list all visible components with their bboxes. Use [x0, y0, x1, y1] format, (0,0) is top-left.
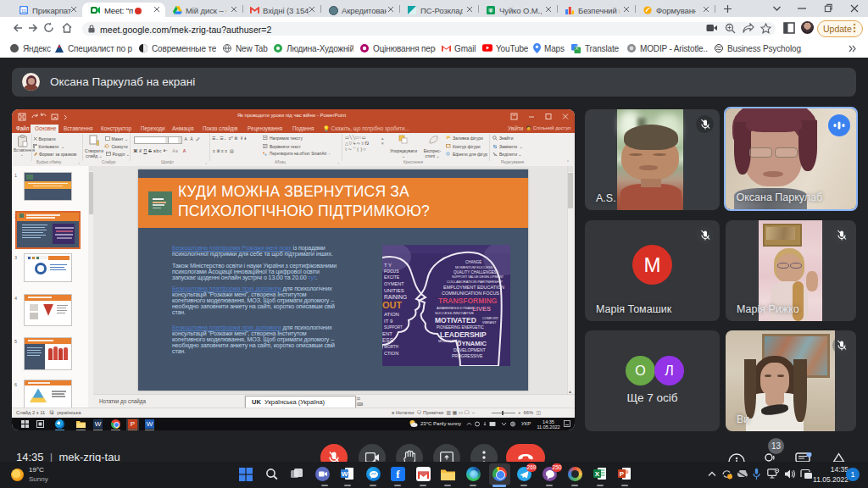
svg-text:TRANSFORMING: TRANSFORMING	[438, 297, 498, 305]
svg-text:OUT: OUT	[382, 300, 403, 310]
svg-text:PROGRESSIVE: PROGRESSIVE	[452, 353, 483, 358]
svg-text:RAINING: RAINING	[384, 294, 407, 300]
svg-text:X: X	[595, 470, 600, 478]
svg-text:UNITIES: UNITIES	[384, 288, 404, 293]
svg-text:OYMENT: OYMENT	[384, 281, 404, 286]
svg-text:EXCITE: EXCITE	[384, 274, 400, 280]
svg-text:DEVELOPMENT: DEVELOPMENT	[453, 347, 486, 352]
svg-text:PIONEERING ENERGETIC: PIONEERING ENERGETIC	[437, 325, 485, 330]
svg-text:AWARENESS DYNAMIC: AWARENESS DYNAMIC	[437, 306, 476, 310]
svg-text:DYNAMIC: DYNAMIC	[457, 340, 487, 347]
svg-text:FOCUS: FOCUS	[384, 269, 399, 274]
svg-text:ESS: ESS	[382, 337, 394, 343]
svg-text:T Y: T Y	[384, 263, 392, 268]
svg-text:SUPPORT VALUE DEVELOPMENT: SUPPORT VALUE DEVELOPMENT	[452, 275, 504, 279]
svg-text:CTION: CTION	[384, 351, 398, 356]
svg-text:ENT: ENT	[382, 331, 392, 336]
svg-text:LEADERSHIP: LEADERSHIP	[440, 330, 487, 339]
svg-text:EMPLOYMENT EDUCATION: EMPLOYMENT EDUCATION	[443, 285, 504, 290]
svg-text:SUPPORT: SUPPORT	[384, 325, 403, 330]
svg-text:COMMUNICATION FOCUS: COMMUNICATION FOCUS	[442, 291, 499, 296]
svg-text:WORTH: WORTH	[384, 345, 398, 349]
svg-text:ATION: ATION	[384, 312, 399, 317]
svg-text:MOTIVATED: MOTIVATED	[435, 316, 476, 324]
svg-text:QUALITY CHALLENGES: QUALITY CHALLENGES	[453, 270, 497, 274]
svg-text:IT 9: IT 9	[384, 319, 393, 324]
svg-text:SUCCESS INNOVATIVE: SUCCESS INNOVATIVE	[435, 311, 474, 315]
svg-text:COLLABORATION PARTNERSHIP: COLLABORATION PARTNERSHIP	[447, 280, 503, 284]
svg-text:COMFORT: COMFORT	[482, 317, 499, 320]
svg-text:P: P	[620, 470, 625, 478]
svg-text:VIBRANT: VIBRANT	[482, 321, 497, 324]
svg-text:文: 文	[575, 45, 580, 50]
svg-text:CHANGE: CHANGE	[465, 260, 481, 264]
svg-text:MOMENTUM SUCCESS: MOMENTUM SUCCESS	[455, 265, 493, 269]
svg-text:LIVES: LIVES	[472, 305, 491, 313]
svg-text:11: 11	[21, 8, 27, 14]
svg-text:W: W	[342, 470, 348, 478]
